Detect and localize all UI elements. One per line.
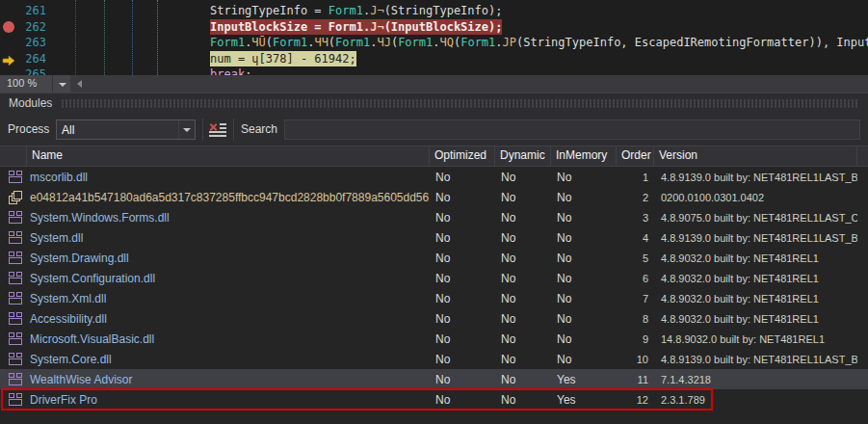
module-row[interactable]: System.Xml.dllNoNoNo74.8.9032.0 built by… xyxy=(0,288,868,308)
module-name: System.Configuration.dll xyxy=(27,272,430,285)
process-dropdown-button[interactable] xyxy=(178,120,195,139)
clear-search-icon[interactable] xyxy=(209,123,226,137)
module-row[interactable]: System.Windows.Forms.dllNoNoNo34.8.9075.… xyxy=(0,207,868,227)
module-name: System.Windows.Forms.dll xyxy=(27,211,430,225)
module-icon xyxy=(9,252,23,264)
module-optimized: No xyxy=(430,353,495,366)
column-header-dynamic[interactable]: Dynamic xyxy=(495,146,551,166)
module-icon-cell xyxy=(0,252,27,264)
module-name: DriverFix Pro xyxy=(27,393,430,407)
line-number[interactable]: 261 xyxy=(0,3,46,19)
module-row[interactable]: System.Configuration.dllNoNoNo64.8.9032.… xyxy=(0,268,868,288)
module-row[interactable]: e04812a41b547180ad6a5d317c837285ffbcc947… xyxy=(0,187,868,207)
code-line[interactable]: num = ɥ[378] - 61942; xyxy=(210,51,356,67)
code-line-text: StringTypeInfo = Form1.Ј¬(StringTypeInfo… xyxy=(210,3,502,19)
column-header-inmemory[interactable]: InMemory xyxy=(551,146,617,166)
zoom-level-value[interactable]: 100 % xyxy=(7,77,37,89)
module-row[interactable]: System.dllNoNoNo44.8.9139.0 built by: NE… xyxy=(0,227,868,248)
module-dynamic: No xyxy=(495,191,551,204)
code-token: num = ɥ[378] - 61942; xyxy=(210,52,356,66)
module-order: 11 xyxy=(617,374,654,385)
code-token: . xyxy=(495,36,502,49)
module-name: System.Drawing.dll xyxy=(27,252,430,265)
module-icon xyxy=(9,393,23,406)
module-icon xyxy=(9,272,23,284)
zoom-dropdown-button[interactable] xyxy=(52,75,71,93)
code-line-text: num = ɥ[378] - 61942; xyxy=(210,51,356,67)
module-icon xyxy=(9,211,23,224)
module-name: System.dll xyxy=(27,231,430,245)
module-row[interactable]: DriverFix ProNoNoYes122.3.1.789 xyxy=(0,389,868,410)
code-line[interactable]: StringTypeInfo = Form1.Ј¬(StringTypeInfo… xyxy=(210,3,502,19)
column-header-optimized[interactable]: Optimized xyxy=(430,146,495,166)
module-icon xyxy=(9,332,23,345)
module-optimized: No xyxy=(430,393,495,407)
module-icon-cell xyxy=(0,332,27,345)
module-inmemory: Yes xyxy=(551,393,617,407)
module-optimized: No xyxy=(430,231,495,245)
code-token: InputBlockSize = xyxy=(210,20,329,34)
module-row[interactable]: mscorlib.dllNoNoNo14.8.9139.0 built by: … xyxy=(0,167,868,187)
code-editor[interactable]: 261262263264265 StringTypeInfo = Form1.Ј… xyxy=(0,0,868,75)
module-row[interactable]: Microsoft.VisualBasic.dllNoNoNo914.8.903… xyxy=(0,329,868,349)
module-icon xyxy=(9,231,23,244)
module-dynamic: No xyxy=(495,171,551,184)
module-version: 4.8.9139.0 built by: NET481REL1LAST_B xyxy=(654,172,857,183)
line-number[interactable]: 265 xyxy=(0,66,46,75)
scroll-left-arrow-icon[interactable] xyxy=(77,80,82,88)
module-row[interactable]: System.Core.dllNoNoNo104.8.9139.0 built … xyxy=(0,349,868,369)
module-version: 14.8.9032.0 built by: NET481REL1 xyxy=(654,333,857,345)
module-icon-cell xyxy=(0,393,27,406)
code-token: Ј¬ xyxy=(370,4,383,17)
line-number[interactable]: 262 xyxy=(0,19,46,36)
module-version: 2.3.1.789 xyxy=(654,394,857,406)
module-version: 4.8.9032.0 built by: NET481REL1 xyxy=(654,293,857,305)
module-icon-cell xyxy=(0,171,27,183)
module-row[interactable]: System.Drawing.dllNoNoNo54.8.9032.0 buil… xyxy=(0,248,868,268)
process-label: Process xyxy=(8,122,49,136)
code-token: ( xyxy=(329,36,335,49)
process-dropdown[interactable]: All xyxy=(56,119,196,140)
search-label: Search xyxy=(241,122,277,136)
process-dropdown-value: All xyxy=(57,120,195,137)
column-header-order[interactable]: Order xyxy=(617,146,654,166)
code-token: (StringTypeInfo); xyxy=(384,4,503,17)
module-order: 6 xyxy=(617,273,654,284)
chevron-down-icon xyxy=(183,128,191,132)
code-line[interactable]: InputBlockSize = Form1.Ј¬(InputBlockSize… xyxy=(210,19,502,36)
module-name: System.Core.dll xyxy=(27,353,430,366)
toolbar-separator xyxy=(233,119,234,141)
module-icon xyxy=(9,292,23,305)
code-token: ЧQ xyxy=(440,36,454,49)
editor-zoom-bar: 100 % xyxy=(0,75,868,93)
module-optimized: No xyxy=(430,272,495,285)
column-header-name[interactable]: Name xyxy=(27,146,430,166)
module-icon-cell xyxy=(0,292,27,305)
search-input[interactable] xyxy=(284,119,860,140)
modules-panel: Modules Process All Search NameOptimized… xyxy=(0,93,868,424)
line-number[interactable]: 264 xyxy=(0,51,46,67)
chevron-down-icon xyxy=(59,83,66,87)
column-header-spacer xyxy=(0,146,27,166)
module-dynamic: No xyxy=(495,272,551,285)
module-optimized: No xyxy=(430,211,495,225)
column-header-version[interactable]: Version xyxy=(654,146,857,166)
module-version: 0200.0100.0301.0402 xyxy=(654,192,857,203)
module-inmemory: Yes xyxy=(551,373,617,386)
module-icon-cell xyxy=(0,272,27,284)
module-order: 8 xyxy=(617,313,654,325)
code-line[interactable]: Form1.ЧŪ(Form1.ЧЧ(Form1.ЧЈ(Form1.ЧQ(Form… xyxy=(210,35,868,51)
module-optimized: No xyxy=(430,332,495,346)
line-number[interactable]: 263 xyxy=(0,35,46,51)
module-row[interactable]: WealthWise AdvisorNoNoYes117.1.4.3218 xyxy=(0,369,868,389)
module-order: 9 xyxy=(617,333,654,345)
zoom-level-control[interactable]: 100 % xyxy=(0,75,70,93)
code-line[interactable]: break; xyxy=(210,66,251,75)
module-order: 12 xyxy=(617,394,654,406)
module-icon-cell xyxy=(0,231,27,244)
module-row[interactable]: Accessibility.dllNoNoNo84.8.9032.0 built… xyxy=(0,308,868,329)
code-line-text: InputBlockSize = Form1.Ј¬(InputBlockSize… xyxy=(210,19,502,36)
modules-panel-titlebar[interactable]: Modules xyxy=(0,93,868,113)
indent-guide xyxy=(104,0,105,75)
code-token: ЈР xyxy=(503,36,516,49)
